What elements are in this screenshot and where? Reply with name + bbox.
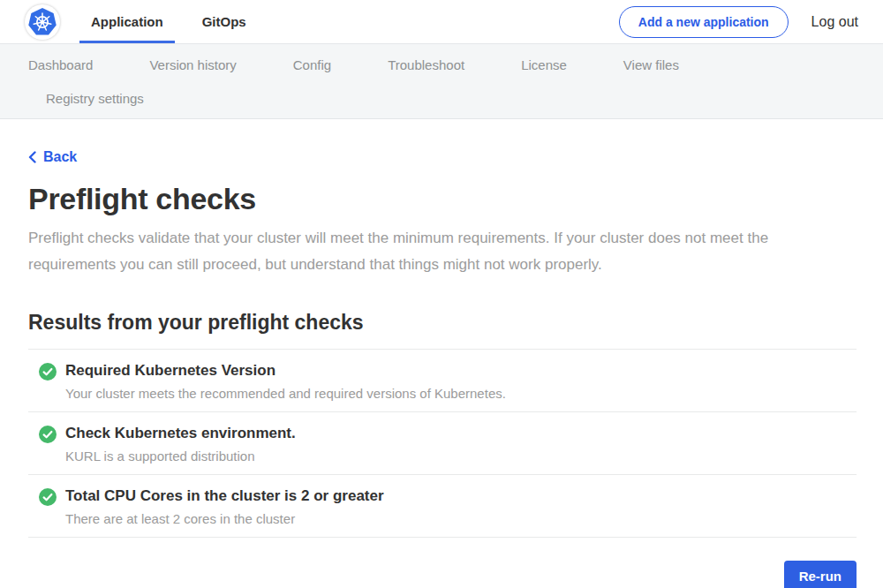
header-tabs: Application GitOps: [79, 0, 258, 43]
check-circle-icon: [39, 426, 57, 447]
back-link-label: Back: [43, 149, 77, 165]
check-title: Check Kubernetes environment.: [65, 425, 296, 442]
chevron-left-icon: [28, 151, 36, 163]
rerun-button[interactable]: Re-run: [784, 561, 857, 588]
log-out-link[interactable]: Log out: [811, 14, 858, 30]
footer-actions: Re-run: [28, 561, 857, 588]
tab-application[interactable]: Application: [79, 0, 175, 43]
check-message: There are at least 2 cores in the cluste…: [65, 511, 384, 526]
preflight-check-row: Check Kubernetes environment. KURL is a …: [28, 412, 857, 475]
check-body: Check Kubernetes environment. KURL is a …: [65, 425, 296, 464]
app-header: Application GitOps Add a new application…: [0, 0, 883, 44]
check-title: Total CPU Cores in the cluster is 2 or g…: [65, 487, 384, 505]
check-body: Total CPU Cores in the cluster is 2 or g…: [65, 487, 384, 526]
subnav-item-troubleshoot[interactable]: Troubleshoot: [388, 57, 464, 72]
preflight-results-list: Required Kubernetes Version Your cluster…: [28, 349, 857, 538]
check-message: KURL is a supported distribution: [65, 449, 296, 464]
subnav-item-config[interactable]: Config: [293, 57, 331, 72]
subnav-item-version-history[interactable]: Version history: [149, 57, 236, 72]
page-description: Preflight checks validate that your clus…: [28, 225, 841, 278]
subnav-item-dashboard[interactable]: Dashboard: [28, 57, 93, 72]
subnav-item-view-files[interactable]: View files: [623, 57, 679, 72]
check-title: Required Kubernetes Version: [65, 362, 506, 380]
results-heading: Results from your preflight checks: [28, 311, 857, 335]
check-circle-icon: [39, 488, 57, 509]
subnav-row-1: Dashboard Version history Config Trouble…: [28, 54, 855, 75]
subnav-item-registry-settings[interactable]: Registry settings: [46, 91, 144, 106]
kubernetes-logo-icon: [25, 4, 60, 40]
subnav-item-license[interactable]: License: [521, 57, 567, 72]
preflight-check-row: Required Kubernetes Version Your cluster…: [28, 350, 857, 412]
check-message: Your cluster meets the recommended and r…: [65, 386, 506, 401]
tab-gitops[interactable]: GitOps: [191, 0, 258, 43]
check-circle-icon: [39, 363, 57, 384]
app-subnav: Dashboard Version history Config Trouble…: [0, 44, 883, 119]
check-body: Required Kubernetes Version Your cluster…: [65, 362, 506, 401]
subnav-row-2: Registry settings: [46, 87, 855, 109]
preflight-check-row: Total CPU Cores in the cluster is 2 or g…: [28, 475, 857, 538]
add-new-application-button[interactable]: Add a new application: [619, 6, 789, 38]
page-title: Preflight checks: [28, 182, 857, 216]
back-link[interactable]: Back: [28, 149, 77, 165]
preflight-page: Back Preflight checks Preflight checks v…: [0, 119, 883, 588]
